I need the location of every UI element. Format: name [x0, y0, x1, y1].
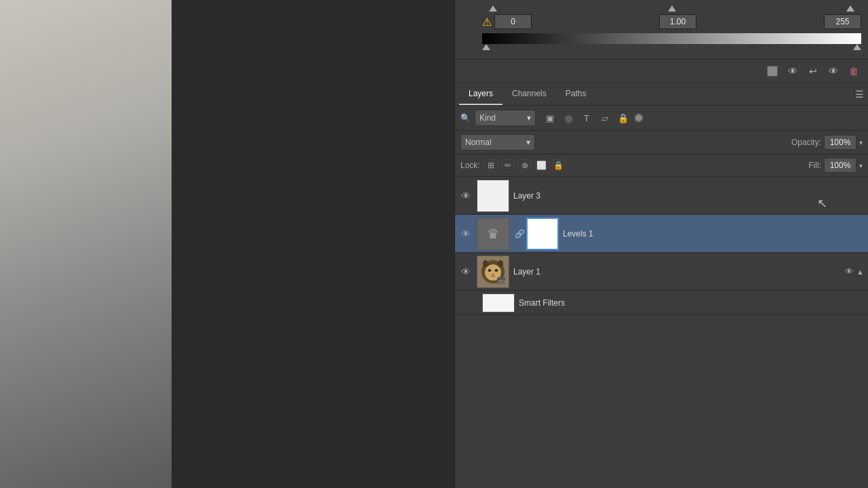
levels-black-input[interactable]: 0: [494, 14, 532, 29]
layer3-name: Layer 3: [513, 191, 864, 201]
canvas-background: [0, 0, 172, 488]
lion-svg: SO: [478, 257, 508, 287]
levels-inputs-row: ⚠ 0 1.00 255: [462, 14, 861, 29]
adjustment-filter-icon[interactable]: ◎: [561, 110, 576, 125]
right-panel: ⚠ 0 1.00 255 👁 ↩ 👁 🗑 Layers Channels: [454, 0, 868, 488]
levels-white-input[interactable]: 255: [824, 14, 861, 29]
gradient-handles: [482, 44, 861, 51]
levels-top-arrows: [462, 5, 861, 14]
svg-point-7: [498, 260, 503, 267]
layer1-right-icons: 👁 ▲: [845, 266, 864, 277]
layer1-visibility-lock-icon: 👁: [845, 266, 854, 277]
opacity-label: Opacity:: [791, 138, 821, 147]
levels-mid-input[interactable]: 1.00: [659, 14, 696, 29]
lock-artboard-icon[interactable]: ⬜: [535, 159, 549, 172]
layer1-chevron: ▲: [856, 268, 864, 276]
blend-row: Normal ▾ Opacity: 100% ▾: [455, 131, 868, 155]
lock-paint-icon[interactable]: ✏: [501, 159, 515, 172]
fill-chevron[interactable]: ▾: [859, 162, 863, 169]
canvas-dark-area: [172, 0, 454, 488]
shape-filter-icon[interactable]: ▱: [597, 110, 612, 125]
filter-icons: ▣ ◎ T ▱ 🔒: [542, 110, 644, 125]
kind-dropdown[interactable]: Kind ▾: [475, 110, 536, 126]
kind-label: Kind: [479, 113, 496, 123]
filter-toggle[interactable]: [634, 113, 644, 123]
opacity-chevron[interactable]: ▾: [859, 139, 863, 146]
search-icon: 🔍: [460, 113, 471, 123]
layer1-name: Layer 1: [513, 267, 845, 277]
clip-mask-icon[interactable]: [765, 64, 780, 79]
levels1-visibility[interactable]: 👁: [459, 227, 473, 241]
preview-icon[interactable]: 👁: [826, 64, 841, 79]
undo-icon[interactable]: ↩: [806, 64, 821, 79]
tabs-row: Layers Channels Paths ☰: [455, 83, 868, 106]
svg-point-6: [483, 260, 488, 267]
layer3-visibility[interactable]: 👁: [459, 189, 473, 203]
smart-filters-label: Smart Filters: [519, 298, 565, 308]
visibility-toggle-icon[interactable]: 👁: [785, 64, 800, 79]
layer1-visibility[interactable]: 👁: [459, 265, 473, 279]
svg-text:SO: SO: [498, 279, 506, 284]
clip-square: [767, 66, 778, 77]
layer1-thumbnail: SO: [477, 256, 509, 288]
lock-transparent-icon[interactable]: ⊞: [484, 159, 498, 172]
levels-section: ⚠ 0 1.00 255: [455, 0, 868, 60]
tab-channels[interactable]: Channels: [502, 83, 556, 105]
levels-white-point-arrow[interactable]: [846, 5, 854, 12]
levels1-link-icon: 🔗: [515, 229, 525, 239]
canvas-area: [0, 0, 454, 488]
blend-mode-dropdown[interactable]: Normal ▾: [460, 134, 535, 150]
levels-gradient-bar[interactable]: [482, 33, 861, 51]
gradient-left-handle[interactable]: [482, 44, 490, 50]
layer-item-layer3[interactable]: 👁 Layer 3 ↖: [455, 177, 868, 215]
layer-item-levels1[interactable]: 👁 ♛ 🔗 Levels 1: [455, 215, 868, 253]
layers-list: 👁 Layer 3 ↖ 👁 ♛ 🔗 Levels 1: [455, 177, 868, 488]
blend-mode-label: Normal: [465, 138, 492, 147]
levels-mid-point-arrow[interactable]: [668, 5, 676, 12]
layer-item-layer1[interactable]: 👁: [455, 253, 868, 291]
fill-row: Fill: 100% ▾: [808, 158, 863, 173]
panel-menu-icon[interactable]: ☰: [855, 89, 864, 100]
delete-icon[interactable]: 🗑: [846, 64, 861, 79]
tab-layers[interactable]: Layers: [459, 83, 502, 105]
fill-label: Fill:: [808, 161, 821, 170]
opacity-input[interactable]: 100%: [824, 135, 856, 150]
svg-point-3: [488, 269, 492, 272]
smart-filters-item[interactable]: Smart Filters: [455, 291, 868, 315]
levels1-name: Levels 1: [563, 229, 864, 239]
smartobj-filter-icon[interactable]: 🔒: [616, 110, 631, 125]
levels-black-point-arrow[interactable]: [489, 5, 497, 12]
lock-icons: ⊞ ✏ ⊕ ⬜ 🔒: [484, 159, 566, 172]
pixel-filter-icon[interactable]: ▣: [542, 110, 557, 125]
lock-label: Lock:: [460, 161, 480, 170]
layers-panel: Layers Channels Paths ☰ 🔍 Kind ▾ ▣ ◎ T ▱…: [455, 83, 868, 488]
levels-adj-symbol: ♛: [487, 226, 499, 242]
fill-input[interactable]: 100%: [824, 158, 856, 173]
toolbar-row: 👁 ↩ 👁 🗑: [455, 60, 868, 83]
levels1-adj-icon: ♛: [477, 218, 509, 250]
lock-row: Lock: ⊞ ✏ ⊕ ⬜ 🔒 Fill: 100% ▾: [455, 155, 868, 177]
type-filter-icon[interactable]: T: [579, 110, 594, 125]
lock-all-icon[interactable]: 🔒: [552, 159, 566, 172]
lock-move-icon[interactable]: ⊕: [518, 159, 532, 172]
kind-chevron: ▾: [527, 113, 531, 123]
gradient-right-handle[interactable]: [853, 44, 861, 50]
svg-point-5: [492, 273, 494, 275]
levels1-mask-thumbnail: [526, 218, 559, 250]
svg-point-4: [495, 269, 498, 272]
smart-filters-thumbnail: [482, 293, 515, 312]
gradient-strip: [482, 33, 861, 44]
layer3-thumbnail: [477, 180, 509, 212]
blend-chevron: ▾: [526, 138, 530, 147]
warning-icon: ⚠: [482, 16, 492, 28]
tab-paths[interactable]: Paths: [556, 83, 596, 105]
opacity-row: Opacity: 100% ▾: [791, 135, 863, 150]
filter-row: 🔍 Kind ▾ ▣ ◎ T ▱ 🔒: [455, 106, 868, 131]
